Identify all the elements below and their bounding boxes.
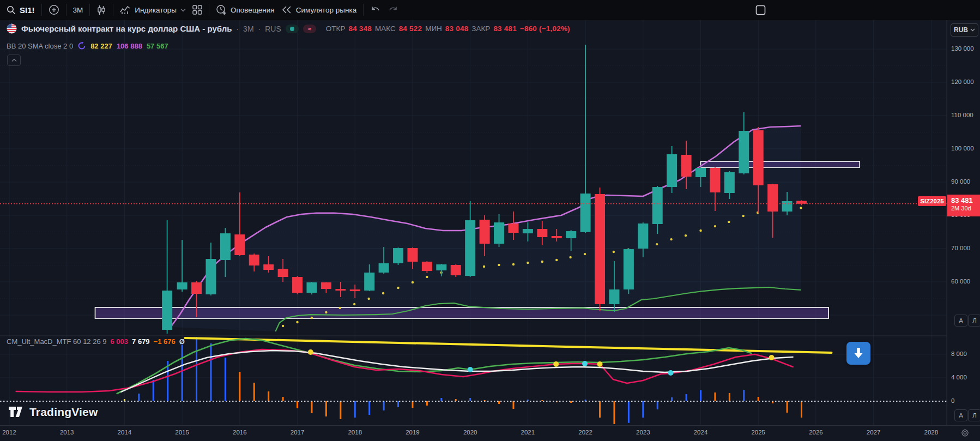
macd-tick-label: 4 000: [951, 374, 967, 380]
candle[interactable]: [335, 289, 346, 291]
delayed-data-pill[interactable]: ≈: [303, 25, 316, 33]
undo-button[interactable]: [370, 5, 381, 14]
candle[interactable]: [624, 249, 634, 289]
candle[interactable]: [480, 220, 490, 244]
divider: [89, 4, 90, 16]
candle[interactable]: [753, 130, 764, 185]
year-tick-label: 2020: [458, 429, 482, 436]
scroll-to-latest-button[interactable]: [846, 342, 870, 365]
bb-basis-dot: [541, 261, 543, 263]
candle[interactable]: [306, 282, 317, 293]
candle[interactable]: [465, 220, 475, 276]
candle[interactable]: [177, 282, 187, 289]
candle[interactable]: [191, 282, 202, 294]
macd-histogram-bar: [642, 401, 644, 418]
candle[interactable]: [407, 248, 418, 262]
auto-scale-label: А: [959, 317, 963, 324]
candle[interactable]: [508, 223, 518, 233]
price-scale[interactable]: 130 000120 000110 000100 00090 00080 000…: [947, 20, 980, 425]
macd-histogram-bar: [599, 401, 601, 418]
candle[interactable]: [350, 289, 360, 291]
candle[interactable]: [681, 155, 692, 177]
bb-basis-dot: [397, 287, 399, 289]
candle[interactable]: [220, 233, 231, 260]
candle[interactable]: [580, 194, 591, 232]
candle[interactable]: [782, 201, 793, 212]
log-scale-label: Л: [972, 317, 977, 324]
chart-style-button[interactable]: [96, 5, 106, 15]
log-scale-button-macd-pane[interactable]: Л: [968, 409, 980, 421]
candle[interactable]: [249, 255, 259, 265]
redo-button[interactable]: [388, 5, 398, 14]
macd-histogram-bar: [138, 394, 140, 401]
candle[interactable]: [234, 234, 245, 255]
candle[interactable]: [537, 229, 547, 237]
macd-histogram-bar: [340, 401, 341, 419]
alerts-button[interactable]: Оповещения: [216, 4, 275, 15]
candle[interactable]: [494, 222, 504, 244]
candle[interactable]: [393, 248, 403, 263]
candle[interactable]: [566, 231, 576, 238]
macd-histogram-bar: [743, 390, 745, 401]
chevron-down-icon: [970, 28, 975, 32]
candle[interactable]: [451, 265, 461, 275]
candle[interactable]: [609, 289, 619, 304]
candle[interactable]: [595, 194, 605, 304]
templates-button[interactable]: [192, 5, 202, 15]
auto-scale-button-macd-pane[interactable]: А: [954, 409, 967, 421]
bb-basis-dot: [296, 321, 298, 323]
replay-button[interactable]: Симулятор рынка: [281, 5, 357, 14]
undo-icon: [370, 5, 381, 14]
candle[interactable]: [652, 187, 663, 224]
candle[interactable]: [523, 229, 533, 233]
bb-basis-dot: [512, 263, 515, 265]
indicators-button[interactable]: Индикаторы: [120, 5, 186, 15]
log-scale-button-price-pane[interactable]: Л: [968, 315, 980, 327]
chart-canvas[interactable]: [0, 0, 980, 441]
layout-select-button[interactable]: [755, 5, 766, 15]
macd-value-4: Ø: [179, 337, 185, 346]
candle[interactable]: [422, 262, 432, 271]
candle[interactable]: [638, 223, 648, 249]
collapse-pane-button[interactable]: [7, 55, 21, 66]
refresh-sync-icon[interactable]: [77, 41, 86, 50]
interval-button[interactable]: 3M: [73, 6, 83, 14]
time-axis-settings-gear-icon[interactable]: [960, 428, 970, 438]
open-value: 84 348: [348, 25, 372, 33]
auto-scale-button-price-pane[interactable]: А: [954, 315, 967, 327]
drawing-rectangle[interactable]: [95, 307, 829, 318]
candle[interactable]: [263, 264, 274, 270]
candle[interactable]: [739, 131, 749, 173]
candle[interactable]: [205, 259, 216, 294]
candle[interactable]: [162, 291, 172, 330]
tradingview-logo[interactable]: TradingView: [9, 406, 98, 419]
symbol-search-button[interactable]: SI1!: [7, 5, 35, 15]
candle[interactable]: [364, 273, 374, 291]
bb-upper-value: 106 888: [117, 42, 142, 50]
year-tick-label: 2021: [516, 429, 540, 436]
candle[interactable]: [796, 201, 807, 203]
close-label: ЗАКР: [471, 25, 490, 33]
currency-selector[interactable]: RUB: [951, 23, 978, 37]
candle[interactable]: [667, 154, 677, 187]
header-interval: 3M: [243, 25, 253, 33]
candle[interactable]: [710, 168, 720, 192]
candle[interactable]: [695, 168, 706, 177]
price-tick-label: 120 000: [951, 78, 974, 85]
drawing-rectangle[interactable]: [701, 161, 860, 167]
market-status-pill[interactable]: [286, 25, 299, 33]
bb-indicator-row[interactable]: BB 20 SMA close 2 0 82 227 106 888 57 56…: [7, 41, 168, 50]
candle[interactable]: [379, 263, 389, 273]
macd-indicator-row[interactable]: CM_Ult_MacD_MTF 60 12 26 9 6 003 7 679 −…: [7, 337, 185, 346]
candle[interactable]: [321, 282, 331, 289]
candle[interactable]: [278, 269, 288, 277]
symbol-title[interactable]: Фьючерсный контракт на курс доллар США -…: [21, 24, 232, 33]
candle[interactable]: [552, 236, 562, 238]
candle[interactable]: [767, 184, 778, 212]
bb-basis-dot: [527, 262, 529, 264]
candle[interactable]: [436, 264, 446, 270]
candle[interactable]: [292, 277, 303, 293]
candle[interactable]: [724, 172, 735, 193]
time-axis[interactable]: 2012201320142015201620172018201920202021…: [0, 425, 980, 441]
compare-add-button[interactable]: [49, 4, 59, 15]
